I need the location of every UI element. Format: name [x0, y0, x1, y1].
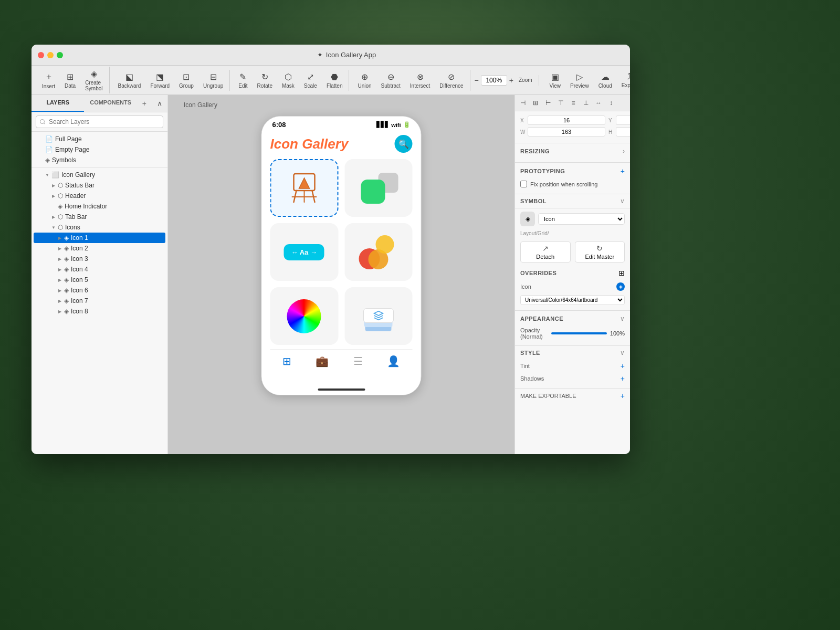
sidebar-item-icon-3[interactable]: ▶ ◈ Icon 3: [34, 254, 165, 264]
search-circle[interactable]: 🔍: [395, 135, 413, 153]
zoom-plus[interactable]: +: [509, 76, 513, 85]
cloud-button[interactable]: ☁ Cloud: [594, 70, 616, 91]
tab-layers[interactable]: LAYERS: [32, 95, 84, 112]
distribute-v-button[interactable]: ↕: [605, 97, 617, 109]
maximize-button[interactable]: [57, 52, 63, 58]
align-right-button[interactable]: ⊢: [542, 97, 554, 109]
backward-button[interactable]: ⬕ Backward: [114, 70, 145, 91]
close-button[interactable]: [38, 52, 44, 58]
add-layer-button[interactable]: +: [137, 95, 152, 112]
export-button[interactable]: ⤴ Export: [617, 70, 630, 90]
tab-components[interactable]: COMPONENTS: [84, 95, 136, 112]
x-input[interactable]: [528, 116, 605, 125]
flatten-button[interactable]: ⬣ Flatten: [322, 70, 347, 91]
preview-button[interactable]: ▷ Preview: [566, 70, 593, 91]
symbol-select[interactable]: Icon Layout/Grid/: [538, 213, 625, 225]
view-button[interactable]: ▣ View: [545, 70, 565, 91]
sidebar-item-icon-5[interactable]: ▶ ◈ Icon 5: [34, 275, 165, 285]
sidebar-item-tab-bar[interactable]: ▶ ⬡ Tab Bar: [34, 212, 165, 222]
edit-master-button[interactable]: ↻ Edit Master: [575, 242, 625, 262]
forward-button[interactable]: ⬔ Forward: [146, 70, 174, 91]
symbol-expand[interactable]: ∨: [620, 197, 625, 205]
align-left-button[interactable]: ⊣: [517, 97, 529, 109]
h-input[interactable]: [616, 127, 630, 136]
icon-cell-3[interactable]: ↔ Aa →: [270, 223, 339, 281]
layer-name: Icon 3: [71, 255, 88, 262]
sidebar-item-icon-gallery[interactable]: ▼ ⬜ Icon Gallery: [34, 170, 165, 180]
collapse-sidebar-button[interactable]: ∧: [152, 95, 167, 112]
tab-icon-briefcase[interactable]: 💼: [316, 355, 329, 368]
icon-cell-1[interactable]: [270, 159, 339, 217]
y-input[interactable]: [616, 116, 630, 125]
appearance-expand[interactable]: ∨: [620, 315, 625, 322]
w-label: W: [520, 129, 527, 135]
sidebar-item-full-page[interactable]: 📄 Full Page: [34, 134, 165, 144]
search-input[interactable]: [36, 116, 163, 128]
create-symbol-button[interactable]: ◈ Create Symbol: [81, 67, 107, 93]
make-exportable-row: MAKE EXPORTABLE +: [520, 392, 625, 400]
layer-toggle: [50, 203, 57, 209]
sidebar-item-icon-4[interactable]: ▶ ◈ Icon 4: [34, 264, 165, 275]
override-select[interactable]: Universal/Color/64x64/artboard: [520, 295, 625, 305]
layer-name: Icon 6: [71, 287, 88, 294]
zoom-minus[interactable]: −: [475, 76, 479, 85]
sidebar-item-icon-1[interactable]: ▶ ◈ Icon 1: [34, 233, 165, 243]
zoom-input[interactable]: [481, 75, 507, 86]
phone-tab-bar: ⊞ 💼 ☰ 👤: [270, 349, 413, 376]
overrides-header: Overrides ⊞: [520, 269, 625, 277]
union-label: Union: [358, 83, 371, 89]
tab-icon-profile[interactable]: 👤: [387, 355, 400, 368]
align-center-v-button[interactable]: ≡: [568, 97, 579, 109]
layer-name: Header: [65, 192, 86, 200]
difference-button[interactable]: ⊘ Difference: [435, 70, 467, 91]
group-button[interactable]: ⊡ Group: [175, 70, 198, 91]
shadows-add-button[interactable]: +: [621, 374, 625, 383]
x-label: X: [520, 118, 527, 123]
minimize-button[interactable]: [47, 52, 54, 58]
data-button[interactable]: ⊞ Data: [60, 70, 80, 91]
w-input[interactable]: [528, 127, 605, 136]
sidebar-item-header[interactable]: ▶ ⬡ Header: [34, 191, 165, 201]
insert-label: Insert: [42, 83, 55, 89]
icon-cell-5[interactable]: [270, 287, 339, 345]
detach-button[interactable]: ↗ Detach: [520, 242, 571, 262]
sidebar-item-icon-2[interactable]: ▶ ◈ Icon 2: [34, 243, 165, 254]
mask-button[interactable]: ⬡ Mask: [278, 70, 299, 91]
sidebar-item-symbols[interactable]: ◈ Symbols: [34, 155, 165, 165]
sidebar-item-icon-8[interactable]: ▶ ◈ Icon 8: [34, 306, 165, 317]
distribute-h-button[interactable]: ↔: [593, 97, 604, 109]
sidebar-item-empty-page[interactable]: 📄 Empty Page: [34, 144, 165, 155]
sidebar-item-icon-6[interactable]: ▶ ◈ Icon 6: [34, 285, 165, 296]
zoom-label-btn[interactable]: Zoom: [514, 75, 537, 85]
scale-button[interactable]: ⤢ Scale: [300, 70, 321, 91]
sidebar-item-home-indicator[interactable]: ◈ Home Indicator: [34, 201, 165, 212]
icon-cell-6[interactable]: [344, 287, 413, 345]
overrides-options[interactable]: ⊞: [618, 269, 625, 277]
union-button[interactable]: ⊕ Union: [353, 70, 375, 91]
align-top-button[interactable]: ⊤: [555, 97, 566, 109]
make-exportable-add-button[interactable]: +: [621, 392, 625, 400]
edit-button[interactable]: ✎ Edit: [234, 70, 251, 91]
app-title: Icon Gallery: [270, 136, 349, 152]
insert-button[interactable]: ＋ Insert: [38, 69, 59, 91]
sidebar-item-status-bar[interactable]: ▶ ⬡ Status Bar: [34, 180, 165, 191]
ungroup-button[interactable]: ⊟ Ungroup: [199, 70, 227, 91]
sidebar-item-icons-group[interactable]: ▼ ⬡ Icons: [34, 222, 165, 233]
prototyping-add[interactable]: +: [621, 167, 625, 175]
sidebar-item-icon-7[interactable]: ▶ ◈ Icon 7: [34, 296, 165, 306]
fix-position-checkbox[interactable]: [520, 181, 527, 187]
align-bottom-button[interactable]: ⊥: [580, 97, 592, 109]
rotate-button[interactable]: ↻ Rotate: [253, 70, 276, 91]
opacity-slider[interactable]: [551, 332, 607, 334]
style-expand[interactable]: ∨: [620, 349, 625, 356]
canvas[interactable]: Icon Gallery 6:08 ▋▋▋ wifi 🔋 Icon Ga: [168, 95, 514, 454]
align-center-h-button[interactable]: ⊞: [530, 97, 541, 109]
tint-add-button[interactable]: +: [621, 362, 625, 370]
resizing-expand[interactable]: ›: [623, 148, 625, 155]
subtract-button[interactable]: ⊖ Subtract: [377, 70, 405, 91]
tab-icon-grid[interactable]: ⊞: [282, 355, 291, 368]
icon-cell-4[interactable]: [344, 223, 413, 281]
tab-icon-list[interactable]: ☰: [353, 355, 363, 368]
intersect-button[interactable]: ⊗ Intersect: [406, 70, 434, 91]
icon-cell-2[interactable]: [344, 159, 413, 217]
